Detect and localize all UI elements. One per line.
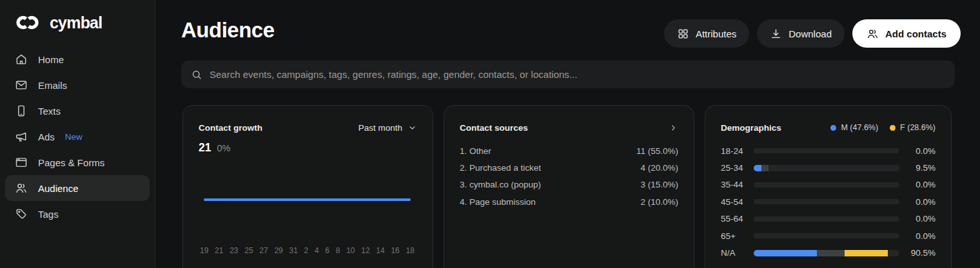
source-label: 3. cymbal.co (popup) xyxy=(460,180,541,189)
sidebar-item-emails[interactable]: Emails xyxy=(5,72,150,98)
demographics-row: 55-640.0% xyxy=(721,211,936,227)
sidebar-item-label: Emails xyxy=(38,80,67,91)
people-icon xyxy=(867,28,879,40)
sidebar-item-audience[interactable]: Audience xyxy=(5,175,150,201)
megaphone-icon xyxy=(15,130,28,143)
x-axis-tick: 23 xyxy=(230,246,238,255)
source-row: 4. Page submission2 (10.0%) xyxy=(460,193,678,210)
demographics-row: 25-349.5% xyxy=(721,159,936,176)
demographic-bar xyxy=(754,199,899,204)
age-group-label: 65+ xyxy=(721,231,754,241)
growth-summary: 21 0% xyxy=(199,141,417,155)
download-button[interactable]: Download xyxy=(757,19,845,48)
people-icon xyxy=(15,182,28,195)
demographic-bar xyxy=(754,250,899,256)
sidebar-item-pages-forms[interactable]: Pages & Forms xyxy=(5,149,150,175)
contact-sources-card: Contact sources 1. Other11 (55.0%)2. Pur… xyxy=(444,105,694,268)
sidebar-item-texts[interactable]: Texts xyxy=(5,98,150,124)
bar-segment-unknown xyxy=(761,165,769,171)
source-row: 1. Other11 (55.0%) xyxy=(460,142,678,159)
sidebar-item-label: Tags xyxy=(38,209,59,220)
button-label: Download xyxy=(789,28,832,39)
contact-growth-title: Contact growth xyxy=(199,123,262,133)
range-select-label: Past month xyxy=(358,123,402,133)
source-row: 2. Purchased a ticket4 (20.0%) xyxy=(460,159,678,176)
search-input[interactable] xyxy=(210,69,945,80)
sidebar-item-label: Pages & Forms xyxy=(38,157,104,168)
legend-item-female: F (28.6%) xyxy=(890,123,936,132)
sidebar-item-label: Texts xyxy=(38,106,61,117)
chevron-right-icon[interactable] xyxy=(669,123,678,133)
x-axis-tick: 4 xyxy=(315,246,319,255)
sidebar: cymbal HomeEmailsTextsAdsNewPages & Form… xyxy=(0,0,155,268)
range-select[interactable]: Past month xyxy=(358,123,417,133)
download-icon xyxy=(770,28,782,40)
audience-page: cymbal HomeEmailsTextsAdsNewPages & Form… xyxy=(0,0,980,268)
page-title: Audience xyxy=(181,18,275,43)
sidebar-item-home[interactable]: Home xyxy=(5,46,150,72)
bar-segment-m xyxy=(754,250,817,256)
bar-segment-unknown xyxy=(817,250,845,256)
age-group-label: 35-44 xyxy=(721,180,754,189)
sidebar-item-label: Ads xyxy=(38,131,55,142)
button-label: Attributes xyxy=(696,28,736,39)
demographics-title: Demographics xyxy=(721,123,781,133)
demographics-row: N/A90.5% xyxy=(721,244,936,261)
age-group-label: 18-24 xyxy=(721,146,754,156)
header-actions: AttributesDownloadAdd contacts xyxy=(664,19,961,48)
phone-icon xyxy=(15,104,28,117)
age-group-value: 0.0% xyxy=(899,180,936,189)
contact-growth-card: Contact growth Past month 21 0% 19212325… xyxy=(182,105,433,268)
legend-label: M (47.6%) xyxy=(841,123,878,132)
contact-sources-title: Contact sources xyxy=(460,123,528,133)
grid-icon xyxy=(677,28,689,40)
app-logo[interactable]: cymbal xyxy=(0,0,155,32)
new-badge: New xyxy=(65,132,83,142)
x-axis-tick: 12 xyxy=(361,246,369,255)
bar-segment-m xyxy=(754,165,761,171)
x-axis-tick: 25 xyxy=(244,246,253,255)
sidebar-item-label: Home xyxy=(38,54,64,65)
button-label: Add contacts xyxy=(885,28,946,39)
window-icon xyxy=(15,156,28,169)
age-group-value: 0.0% xyxy=(899,214,936,224)
email-icon xyxy=(15,79,28,91)
sidebar-item-ads[interactable]: AdsNew xyxy=(5,124,150,149)
source-value: 2 (10.0%) xyxy=(640,197,678,207)
source-value: 3 (15.0%) xyxy=(640,180,678,189)
search-bar[interactable] xyxy=(181,61,955,88)
x-axis-tick: 27 xyxy=(259,246,268,255)
x-axis-tick: 8 xyxy=(336,246,340,255)
legend-item-male: M (47.6%) xyxy=(830,123,878,132)
demographics-row: 65+0.0% xyxy=(721,227,936,244)
growth-line-series xyxy=(204,198,411,201)
demographics-legend: M (47.6%)F (28.6%) xyxy=(830,123,936,132)
x-axis-tick: 18 xyxy=(406,246,414,255)
contact-sources-list: 1. Other11 (55.0%)2. Purchased a ticket4… xyxy=(460,142,678,211)
age-group-value: 9.5% xyxy=(899,163,936,173)
source-label: 4. Page submission xyxy=(460,197,536,207)
growth-total: 21 xyxy=(199,141,211,155)
x-axis-tick: 21 xyxy=(215,246,223,255)
growth-delta: 0% xyxy=(217,143,230,153)
legend-dot-icon xyxy=(830,125,836,131)
demographics-row: 18-240.0% xyxy=(721,142,936,159)
x-axis-tick: 2 xyxy=(304,246,309,255)
age-group-label: 55-64 xyxy=(721,214,754,224)
demographics-row: 35-440.0% xyxy=(721,177,936,193)
home-icon xyxy=(15,53,28,66)
cymbal-logo-icon xyxy=(14,13,44,32)
growth-x-axis: 1921232527293124681012141618 xyxy=(200,246,415,255)
age-group-label: 45-54 xyxy=(721,197,754,207)
add-contacts-button[interactable]: Add contacts xyxy=(852,19,961,48)
demographic-bar xyxy=(754,182,899,187)
chevron-down-icon xyxy=(407,123,417,133)
sidebar-item-tags[interactable]: Tags xyxy=(5,201,150,227)
age-group-value: 90.5% xyxy=(899,248,936,258)
source-row: 3. cymbal.co (popup)3 (15.0%) xyxy=(460,177,678,193)
demographic-bar xyxy=(754,165,899,171)
attributes-button[interactable]: Attributes xyxy=(664,19,749,48)
age-group-value: 0.0% xyxy=(899,231,936,241)
x-axis-tick: 6 xyxy=(325,246,329,255)
age-group-value: 0.0% xyxy=(899,197,936,207)
